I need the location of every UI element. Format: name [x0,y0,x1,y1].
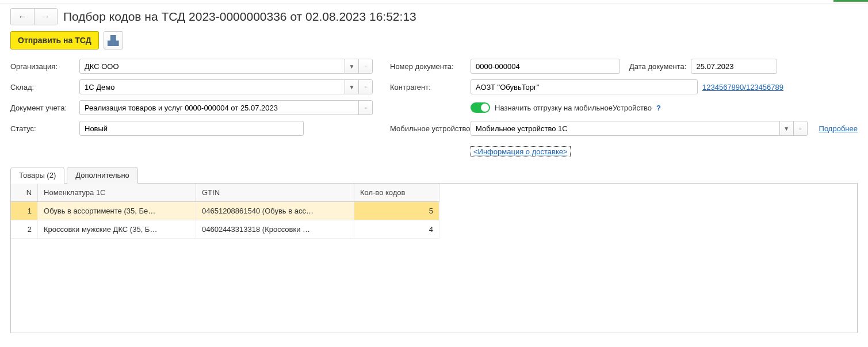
mobile-input[interactable] [471,121,779,135]
tabs: Товары (2) Дополнительно [10,166,858,184]
delivery-info-link[interactable]: <Информация о доставке> [471,146,571,157]
status-input[interactable] [79,121,304,136]
chevron-down-icon: ▼ [349,63,355,70]
warehouse-open-button[interactable]: ▫ [358,80,372,94]
open-icon: ▫ [799,125,801,132]
assign-label: Назначить отгрузку на мобильноеУстройств… [495,104,652,112]
col-gtin[interactable]: GTIN [196,184,354,202]
nav-forward-button[interactable]: → [34,9,57,25]
docref-open-button[interactable]: ▫ [358,101,372,115]
partner-label: Контрагент: [390,83,471,91]
docnum-input[interactable] [471,59,620,73]
assign-toggle[interactable] [471,102,490,113]
cell-qty: 4 [354,220,439,239]
org-label: Организация: [10,62,79,71]
nav-back-button[interactable]: ← [11,9,34,25]
org-input-group: ▼ ▫ [79,59,373,74]
arrow-left-icon: ← [18,12,27,22]
send-to-tsd-button[interactable]: Отправить на ТСД [10,31,99,49]
docdate-input[interactable] [691,59,777,73]
mobile-dropdown-button[interactable]: ▼ [779,121,793,135]
mobile-input-group: ▼ ▫ [471,121,808,136]
open-icon: ▫ [365,105,367,111]
docdate-label: Дата документа: [629,62,686,71]
col-qty[interactable]: Кол-во кодов [354,184,439,202]
docnum-label: Номер документа: [390,62,471,71]
chevron-down-icon: ▼ [783,125,789,132]
warehouse-label: Склад: [10,83,79,91]
cell-n: 2 [11,220,38,239]
status-label: Статус: [10,124,79,133]
docnum-input-group [471,59,620,74]
cell-n: 1 [11,202,38,220]
connection-icon-button[interactable]: ▟▙ [104,31,123,49]
open-icon: ▫ [365,63,367,70]
warehouse-input[interactable] [80,80,345,94]
cell-qty: 5 [354,202,439,220]
org-dropdown-button[interactable]: ▼ [345,59,358,73]
org-input[interactable] [80,59,345,73]
table-row[interactable]: 2 Кроссовки мужские ДКС (35, Б… 04602443… [11,220,439,239]
more-link[interactable]: Подробнее [819,124,858,133]
page-title: Подбор кодов на ТСД 2023-0000000336 от 0… [63,10,416,24]
cell-nom: Обувь в ассортименте (35, Бе… [38,202,196,220]
partner-link[interactable]: 1234567890/123456789 [702,83,783,91]
mobile-label: Мобильное устройство: [390,124,471,133]
link-icon: ▟▙ [108,35,118,46]
cell-gtin: 04602443313318 (Кроссовки … [196,220,354,239]
col-nomenclature[interactable]: Номенклатура 1С [38,184,196,202]
tab-additional[interactable]: Дополнительно [67,167,138,184]
tab-goods[interactable]: Товары (2) [10,167,64,184]
app-topbar [0,0,868,3]
arrow-right-icon: → [41,12,51,22]
docdate-input-group: ▦ [691,59,777,74]
col-n[interactable]: N [11,184,38,202]
goods-table-wrap: N Номенклатура 1С GTIN Кол-во кодов 1 Об… [10,184,858,333]
help-icon[interactable]: ? [656,104,661,112]
mobile-open-button[interactable]: ▫ [793,121,807,135]
open-icon: ▫ [365,84,367,90]
chevron-down-icon: ▼ [349,84,355,90]
partner-input-group [471,79,698,94]
docref-label: Документ учета: [10,104,79,112]
docref-input-group: ▫ [79,100,373,115]
partner-input[interactable] [471,80,697,94]
nav-buttons: ← → [10,8,58,25]
goods-table: N Номенклатура 1С GTIN Кол-во кодов 1 Об… [11,184,439,239]
cell-gtin: 04651208861540 (Обувь в асс… [196,202,354,220]
topbar-accent [833,0,868,2]
warehouse-input-group: ▼ ▫ [79,79,373,94]
docref-input[interactable] [80,101,358,115]
warehouse-dropdown-button[interactable]: ▼ [345,80,358,94]
table-row[interactable]: 1 Обувь в ассортименте (35, Бе… 04651208… [11,202,439,220]
cell-nom: Кроссовки мужские ДКС (35, Б… [38,220,196,239]
org-open-button[interactable]: ▫ [358,59,372,73]
